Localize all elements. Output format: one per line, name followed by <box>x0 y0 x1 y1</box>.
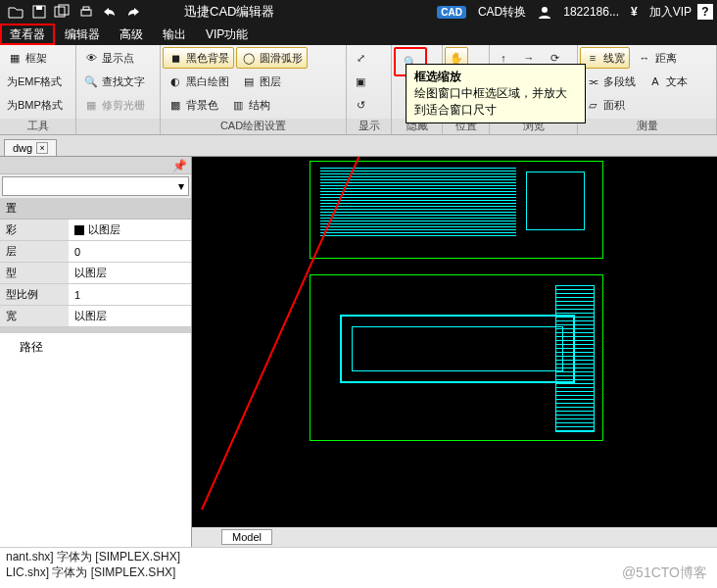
area-button[interactable]: ▱面积 <box>580 94 630 116</box>
tab-vip[interactable]: VIP功能 <box>196 24 258 45</box>
layers-button[interactable]: ▤图层 <box>236 71 286 92</box>
app-title: 迅捷CAD编辑器 <box>184 3 274 21</box>
workspace: 📌 ▾ 置 彩 以图层 层 0 型 以图层 型比例 1 宽 以图层 路径 <box>0 157 717 547</box>
pin-icon[interactable]: 📌 <box>172 159 187 172</box>
cad-convert-button[interactable]: CAD转换 <box>472 4 532 21</box>
canvas-wrap: Model <box>192 157 717 547</box>
save-icon[interactable] <box>27 1 51 23</box>
prop-row-scale: 型比例 1 <box>0 284 191 306</box>
model-tab[interactable]: Model <box>221 529 272 545</box>
print-icon[interactable] <box>74 1 98 23</box>
annotation-arrow <box>192 157 701 527</box>
lineweight-icon: ≡ <box>585 50 600 66</box>
tooltip-box-zoom: 框选缩放 绘图窗口中框选区域，并放大到适合窗口尺寸 <box>406 64 586 123</box>
ribbon: ▦框架 为EMF格式 为BMP格式 工具 👁显示点 🔍查找文字 ▦修剪光栅 ◼黑… <box>0 45 717 135</box>
group-tools-title: 工具 <box>0 119 75 134</box>
user-icon[interactable] <box>532 5 557 19</box>
tab-editor[interactable]: 编辑器 <box>55 24 110 45</box>
yen-icon: ¥ <box>625 5 644 19</box>
tree-icon: ▥ <box>230 97 246 113</box>
contrast-icon: ◐ <box>167 74 183 89</box>
layers-icon: ▤ <box>241 74 257 89</box>
title-bar: 迅捷CAD编辑器 CAD CAD转换 1822186... ¥ 加入VIP ? <box>0 0 717 24</box>
watermark: @51CTO博客 <box>622 564 707 582</box>
area-icon: ▱ <box>585 97 600 113</box>
line-width-button[interactable]: ≡线宽 <box>580 47 630 69</box>
tooltip-title: 框选缩放 <box>414 69 577 85</box>
save-all-icon[interactable] <box>51 1 74 23</box>
prop-row-lw: 宽 以图层 <box>0 306 191 327</box>
help-icon[interactable]: ? <box>697 4 713 20</box>
text-button[interactable]: A文本 <box>643 71 693 92</box>
model-tab-bar: Model <box>192 527 717 547</box>
redo-icon[interactable] <box>121 1 145 23</box>
panel-handle[interactable]: 📌 <box>0 157 191 174</box>
user-label[interactable]: 1822186... <box>557 5 625 19</box>
prop-header: 置 <box>0 198 191 220</box>
find-text-button[interactable]: 🔍查找文字 <box>78 71 150 92</box>
svg-rect-1 <box>36 6 42 10</box>
menu-bar: 查看器 编辑器 高级 输出 VIP功能 <box>0 24 717 45</box>
tab-viewer[interactable]: 查看器 <box>0 24 55 45</box>
ruler-icon: ↔ <box>637 50 652 66</box>
zoom-prev-icon[interactable]: ↺ <box>349 94 372 116</box>
wireframe-icon: ▦ <box>7 50 23 66</box>
polyline-button[interactable]: ⫘多段线 <box>580 71 641 92</box>
object-combo[interactable]: ▾ <box>2 176 189 196</box>
file-tab-bar: dwg × <box>0 135 717 157</box>
show-points-button[interactable]: 👁显示点 <box>78 47 150 69</box>
bmp-button[interactable]: 为BMP格式 <box>2 94 68 116</box>
black-bg-button[interactable]: ◼黑色背景 <box>163 47 234 69</box>
emf-button[interactable]: 为EMF格式 <box>2 71 68 92</box>
undo-icon[interactable] <box>98 1 121 23</box>
cad-badge: CAD <box>431 6 472 19</box>
status-bar: nant.shx] 字体为 [SIMPLEX.SHX] LIC.shx] 字体为… <box>0 547 717 580</box>
prop-row-type: 型 以图层 <box>0 263 191 284</box>
prop-row-color: 彩 以图层 <box>0 220 191 241</box>
square-icon: ◼ <box>167 50 183 66</box>
status-line-2: LIC.shx] 字体为 [SIMPLEX.SHX] <box>6 565 711 581</box>
svg-line-7 <box>202 157 386 510</box>
prop-row-layer: 层 0 <box>0 241 191 263</box>
svg-rect-5 <box>83 7 89 10</box>
text-icon: A <box>647 74 663 89</box>
tab-advanced[interactable]: 高级 <box>110 24 153 45</box>
smooth-arc-button[interactable]: ◯圆滑弧形 <box>236 47 308 69</box>
polyline-icon: ⫘ <box>585 74 600 89</box>
status-line-1: nant.shx] 字体为 [SIMPLEX.SHX] <box>6 550 711 565</box>
svg-point-6 <box>542 7 548 13</box>
grid-icon: ▦ <box>83 97 99 113</box>
close-icon[interactable]: × <box>36 142 48 154</box>
join-vip-button[interactable]: 加入VIP <box>644 4 697 21</box>
properties-panel: 📌 ▾ 置 彩 以图层 层 0 型 以图层 型比例 1 宽 以图层 路径 <box>0 157 192 547</box>
trim-raster-button[interactable]: ▦修剪光栅 <box>78 94 150 116</box>
path-area: 路径 <box>0 327 191 547</box>
wireframe-button[interactable]: ▦框架 <box>2 47 68 69</box>
tab-output[interactable]: 输出 <box>153 24 196 45</box>
distance-button[interactable]: ↔距离 <box>632 47 682 69</box>
search-icon: 🔍 <box>83 74 99 89</box>
palette-icon: ▩ <box>167 97 183 113</box>
tooltip-body: 绘图窗口中框选区域，并放大到适合窗口尺寸 <box>414 85 577 119</box>
drawing-canvas[interactable] <box>192 157 717 527</box>
structure-button[interactable]: ▥结构 <box>225 94 275 116</box>
svg-rect-4 <box>81 10 91 16</box>
eye-icon: 👁 <box>83 50 99 66</box>
bw-draw-button[interactable]: ◐黑白绘图 <box>163 71 234 92</box>
zoom-fit-icon[interactable]: ▣ <box>349 71 372 92</box>
open-icon[interactable] <box>4 1 27 23</box>
chevron-down-icon: ▾ <box>178 179 184 193</box>
arc-icon: ◯ <box>241 50 257 66</box>
group-cad-title: CAD绘图设置 <box>161 119 346 134</box>
file-tab[interactable]: dwg × <box>4 139 57 156</box>
zoom-extents-icon[interactable]: ⤢ <box>349 47 372 69</box>
bg-color-button[interactable]: ▩背景色 <box>163 94 223 116</box>
